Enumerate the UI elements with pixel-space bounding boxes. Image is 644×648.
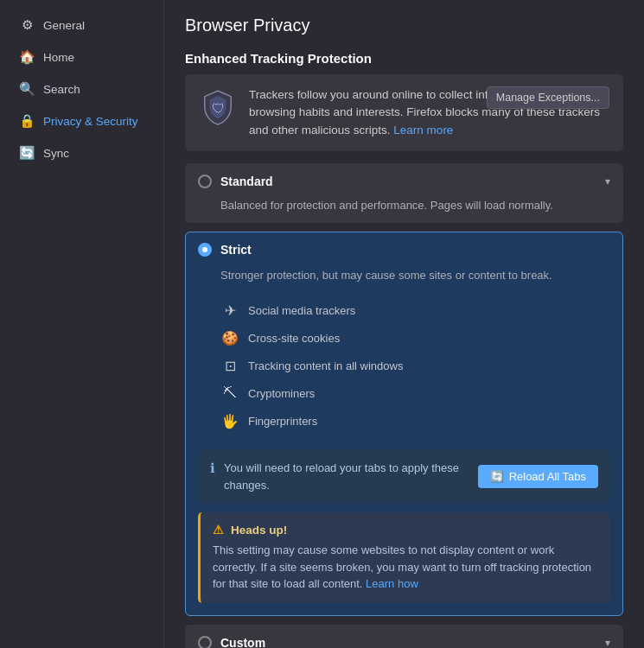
gear-icon: ⚙ (19, 17, 35, 33)
svg-text:🛡: 🛡 (212, 101, 225, 116)
option-strict-header[interactable]: Strict (186, 232, 622, 267)
option-strict: Strict Stronger protection, but may caus… (185, 232, 623, 616)
chevron-custom-icon: ▾ (605, 637, 610, 648)
feature-social-trackers: ✈ Social media trackers (220, 301, 610, 320)
reload-all-tabs-button[interactable]: 🔄 Reload All Tabs (478, 465, 598, 488)
info-icon: ℹ (210, 461, 215, 476)
learn-how-link[interactable]: Learn how (366, 577, 418, 590)
option-custom-header[interactable]: Custom ▾ (186, 626, 622, 648)
sidebar-label-search: Search (43, 83, 80, 96)
sidebar-label-general: General (43, 19, 85, 32)
feature-cryptominers: ⛏ Cryptominers (220, 384, 610, 403)
feature-tracking-label: Tracking content in all windows (248, 359, 403, 372)
search-icon: 🔍 (19, 81, 35, 97)
feature-fingerprint-label: Fingerprinters (248, 415, 317, 428)
crypto-icon: ⛏ (220, 384, 239, 403)
radio-standard[interactable] (198, 175, 212, 188)
option-standard: Standard ▾ Balanced for protection and p… (185, 163, 623, 223)
sidebar-label-sync: Sync (43, 147, 69, 160)
sidebar: ⚙ General 🏠 Home 🔍 Search 🔒 Privacy & Se… (0, 0, 164, 648)
tracking-icon: ⊡ (220, 356, 239, 375)
feature-crypto-label: Cryptominers (248, 387, 315, 400)
main-content: Browser Privacy Enhanced Tracking Protec… (164, 0, 644, 648)
warning-box: ⚠ Heads up! This setting may cause some … (198, 512, 610, 603)
warning-text: This setting may cause some websites to … (213, 542, 598, 593)
feature-fingerprinters: 🖐 Fingerprinters (220, 411, 610, 430)
warning-icon: ⚠ (213, 523, 224, 537)
option-standard-description: Balanced for protection and performance.… (186, 199, 622, 222)
social-tracker-icon: ✈ (220, 301, 239, 320)
page-title: Browser Privacy (185, 16, 623, 35)
reload-icon: 🔄 (490, 470, 504, 483)
radio-custom[interactable] (198, 636, 212, 648)
sidebar-item-privacy[interactable]: 🔒 Privacy & Security (5, 105, 158, 137)
reload-info-text: You will need to reload your tabs to app… (224, 460, 469, 493)
sidebar-item-sync[interactable]: 🔄 Sync (5, 137, 158, 168)
warning-title-text: Heads up! (231, 524, 287, 537)
sidebar-item-home[interactable]: 🏠 Home (5, 41, 158, 73)
option-standard-header[interactable]: Standard ▾ (186, 164, 622, 199)
feature-tracking-content: ⊡ Tracking content in all windows (220, 356, 610, 375)
lock-icon: 🔒 (19, 113, 35, 129)
sidebar-label-privacy: Privacy & Security (43, 115, 138, 128)
sidebar-item-general[interactable]: ⚙ General (5, 10, 158, 41)
warning-title: ⚠ Heads up! (213, 523, 598, 537)
reload-btn-label: Reload All Tabs (509, 470, 586, 483)
option-standard-label: Standard (220, 175, 596, 188)
radio-strict[interactable] (198, 243, 212, 257)
feature-cookie-label: Cross-site cookies (248, 332, 340, 345)
feature-social-label: Social media trackers (248, 304, 355, 317)
shield-icon: 🛡 (199, 86, 237, 130)
option-custom-label: Custom (220, 636, 596, 648)
home-icon: 🏠 (19, 49, 35, 65)
learn-more-link[interactable]: Learn more (393, 124, 453, 137)
feature-cross-site-cookies: 🍪 Cross-site cookies (220, 328, 610, 347)
reload-info-box: ℹ You will need to reload your tabs to a… (198, 449, 610, 504)
chevron-down-icon: ▾ (605, 175, 610, 187)
option-strict-description: Stronger protection, but may cause some … (186, 267, 622, 295)
etp-info-box: 🛡 Trackers follow you around online to c… (185, 74, 623, 151)
fingerprint-icon: 🖐 (220, 411, 239, 430)
strict-feature-list: ✈ Social media trackers 🍪 Cross-site coo… (186, 294, 622, 441)
etp-section-title: Enhanced Tracking Protection (185, 51, 623, 66)
option-strict-label: Strict (220, 243, 610, 257)
cookie-icon: 🍪 (220, 328, 239, 347)
option-custom: Custom ▾ Choose which trackers and scrip… (185, 625, 623, 648)
sidebar-item-search[interactable]: 🔍 Search (5, 73, 158, 105)
sync-icon: 🔄 (19, 145, 35, 161)
manage-exceptions-button[interactable]: Manage Exceptions... (487, 86, 609, 109)
sidebar-label-home: Home (43, 51, 74, 64)
